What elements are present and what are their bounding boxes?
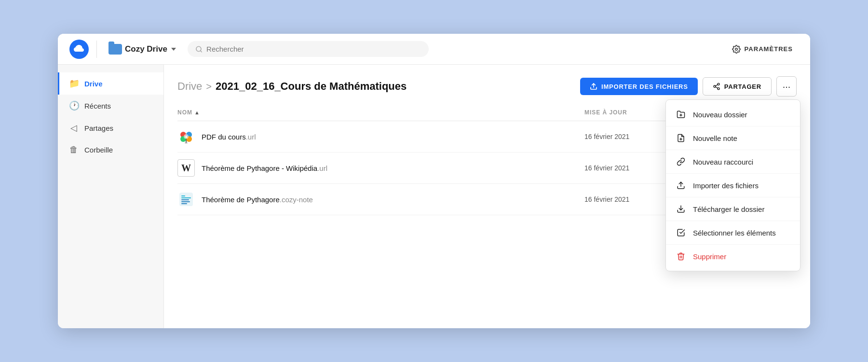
sidebar: 📁 Drive 🕐 Récents ◁ Partages 🗑 Corbeille bbox=[58, 65, 164, 328]
breadcrumb: Drive > 2021_02_16_Cours de Mathématique… bbox=[177, 80, 407, 93]
new-note-icon bbox=[676, 133, 686, 143]
upload-icon bbox=[590, 83, 597, 90]
svg-line-8 bbox=[715, 84, 718, 86]
col-name-label: NOM bbox=[177, 109, 192, 116]
breadcrumb-parent: Drive bbox=[177, 80, 202, 93]
sidebar-item-recents-label: Récents bbox=[84, 102, 111, 110]
content-wrap: Drive > 2021_02_16_Cours de Mathématique… bbox=[164, 65, 810, 328]
dropdown-delete-label: Supprimer bbox=[693, 252, 726, 261]
svg-rect-21 bbox=[181, 203, 187, 204]
dropdown-new-note-label: Nouvelle note bbox=[693, 134, 737, 142]
file-icon-cozy-note bbox=[177, 191, 195, 208]
dropdown-new-folder[interactable]: Nouveau dossier bbox=[666, 103, 800, 126]
search-icon bbox=[195, 45, 203, 53]
dropdown-download-label: Télécharger le dossier bbox=[693, 205, 764, 213]
file-name-cell: PDF du cours.url bbox=[177, 128, 584, 145]
dropdown-delete[interactable]: Supprimer bbox=[666, 245, 800, 268]
gear-icon bbox=[732, 45, 741, 54]
dropdown-new-shortcut-label: Nouveau raccourci bbox=[693, 158, 753, 166]
file-name-cell: W Théorème de Pythagore - Wikipédia.url bbox=[177, 159, 584, 177]
search-input[interactable] bbox=[206, 45, 421, 53]
file-name-cell: Théorème de Pythagore.cozy-note bbox=[177, 191, 584, 208]
folder-icon bbox=[108, 44, 122, 55]
sidebar-item-drive[interactable]: 📁 Drive bbox=[58, 72, 163, 95]
dropdown-new-note[interactable]: Nouvelle note bbox=[666, 126, 800, 150]
file-name-main: Théorème de Pythagore - Wikipédia.url bbox=[202, 164, 327, 172]
share-icon bbox=[713, 83, 720, 90]
dropdown-menu: Nouveau dossier Nouvelle note bbox=[665, 99, 800, 271]
svg-point-14 bbox=[184, 134, 189, 139]
sidebar-item-corbeille[interactable]: 🗑 Corbeille bbox=[58, 139, 163, 161]
params-label: PARAMÈTRES bbox=[745, 45, 793, 53]
partages-icon: ◁ bbox=[69, 123, 79, 133]
dropdown-import-label: Importer des fichiers bbox=[693, 181, 759, 190]
sidebar-item-partages-label: Partages bbox=[84, 124, 113, 132]
dropdown-download[interactable]: Télécharger le dossier bbox=[666, 197, 800, 221]
sidebar-item-partages[interactable]: ◁ Partages bbox=[58, 117, 163, 139]
sidebar-item-recents[interactable]: 🕐 Récents bbox=[58, 95, 163, 117]
svg-rect-18 bbox=[181, 197, 191, 198]
dropdown-select-label: Sélectionner les éléments bbox=[693, 229, 776, 237]
dropdown-import[interactable]: Importer des fichiers bbox=[666, 174, 800, 197]
more-options-button[interactable]: ··· bbox=[776, 76, 797, 97]
svg-line-1 bbox=[200, 50, 202, 52]
file-icon-cozy-url bbox=[177, 128, 195, 145]
breadcrumb-current: 2021_02_16_Cours de Mathématiques bbox=[216, 80, 407, 93]
app-name-label: Cozy Drive bbox=[125, 44, 167, 54]
file-name-main: PDF du cours.url bbox=[202, 133, 256, 141]
download-icon bbox=[676, 204, 686, 214]
svg-rect-20 bbox=[181, 201, 190, 202]
corbeille-icon: 🗑 bbox=[69, 145, 79, 155]
svg-line-7 bbox=[715, 87, 718, 88]
chevron-down-icon bbox=[171, 48, 176, 51]
import-button[interactable]: IMPORTER DES FICHIERS bbox=[580, 78, 698, 95]
file-name-main: Théorème de Pythagore.cozy-note bbox=[202, 195, 313, 204]
header-actions: IMPORTER DES FICHIERS PARTAGER ··· bbox=[580, 76, 797, 97]
app-name-button[interactable]: Cozy Drive bbox=[105, 42, 180, 56]
topbar-divider bbox=[96, 41, 97, 58]
search-bar bbox=[188, 41, 429, 57]
import-label: IMPORTER DES FICHIERS bbox=[601, 83, 688, 90]
sidebar-item-corbeille-label: Corbeille bbox=[84, 146, 113, 154]
select-icon bbox=[676, 227, 686, 238]
svg-rect-19 bbox=[181, 199, 189, 200]
params-button[interactable]: PARAMÈTRES bbox=[726, 41, 799, 57]
dropdown-new-folder-label: Nouveau dossier bbox=[693, 111, 747, 119]
shortcut-icon bbox=[676, 156, 686, 167]
sidebar-item-drive-label: Drive bbox=[84, 80, 103, 88]
share-button[interactable]: PARTAGER bbox=[703, 77, 772, 96]
drive-icon: 📁 bbox=[69, 78, 79, 89]
breadcrumb-separator: > bbox=[206, 81, 212, 92]
import-icon bbox=[676, 180, 686, 191]
share-label: PARTAGER bbox=[724, 83, 761, 90]
trash-icon bbox=[676, 251, 686, 262]
app-logo bbox=[69, 40, 89, 59]
main-area: 📁 Drive 🕐 Récents ◁ Partages 🗑 Corbeille bbox=[58, 65, 810, 328]
col-name-header[interactable]: NOM ▲ bbox=[177, 109, 584, 116]
svg-point-2 bbox=[735, 48, 737, 50]
recents-icon: 🕐 bbox=[69, 100, 79, 111]
topbar: Cozy Drive PARAMÈTRES bbox=[58, 34, 810, 65]
dots-icon: ··· bbox=[783, 81, 791, 92]
content-header: Drive > 2021_02_16_Cours de Mathématique… bbox=[164, 65, 810, 104]
sort-arrow-icon: ▲ bbox=[194, 110, 200, 115]
file-icon-wikipedia: W bbox=[177, 159, 195, 177]
dropdown-select[interactable]: Sélectionner les éléments bbox=[666, 221, 800, 245]
svg-rect-17 bbox=[181, 195, 185, 196]
dropdown-new-shortcut[interactable]: Nouveau raccourci bbox=[666, 150, 800, 174]
new-folder-icon bbox=[676, 109, 686, 120]
svg-point-15 bbox=[185, 142, 188, 144]
